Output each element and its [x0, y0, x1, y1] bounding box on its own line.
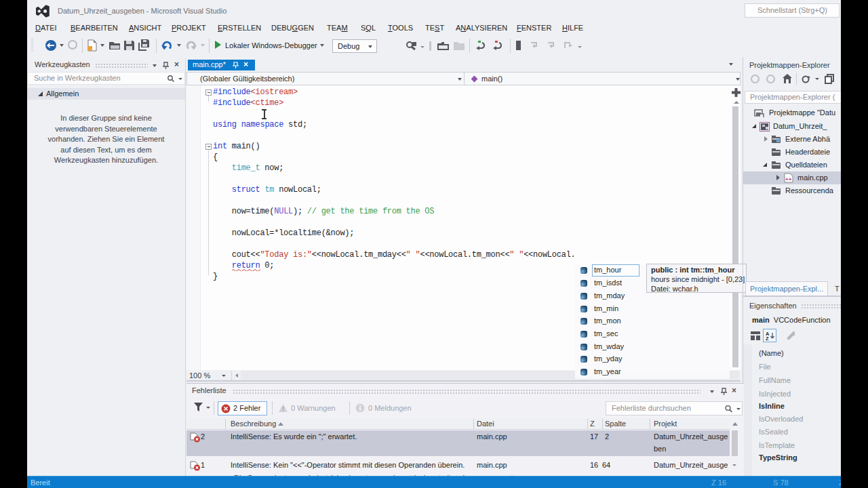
svg-text:Z: Z: [766, 336, 769, 340]
svg-text:++: ++: [785, 176, 792, 182]
